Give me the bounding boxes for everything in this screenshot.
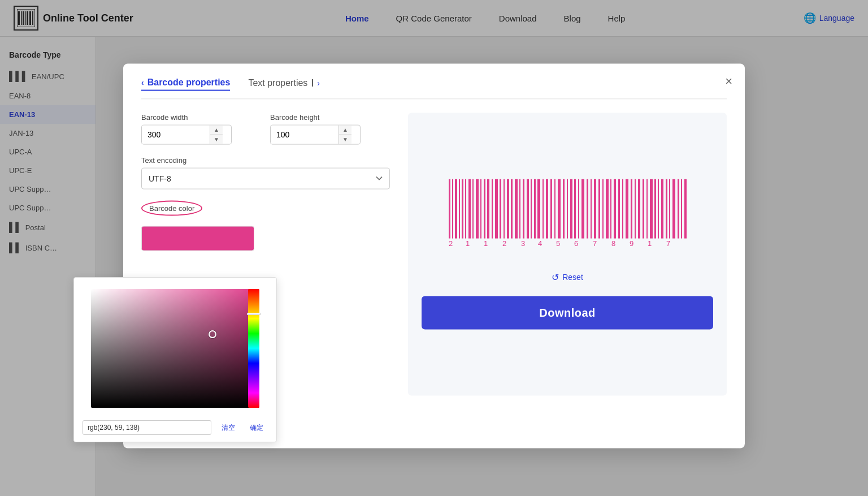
tab-text-properties[interactable]: Text properties I ›: [248, 77, 320, 91]
svg-text:1: 1: [466, 239, 470, 247]
barcode-svg: 2 1 1 2 3 4 5 6 7 8 9 1 7: [443, 179, 692, 247]
chevron-left-icon: ‹: [141, 78, 144, 87]
svg-rect-38: [563, 179, 565, 238]
svg-rect-33: [542, 179, 544, 238]
svg-rect-53: [622, 179, 623, 238]
svg-rect-26: [515, 179, 518, 238]
svg-rect-36: [554, 179, 555, 238]
svg-rect-56: [635, 179, 636, 238]
height-spinner: ▲ ▼: [338, 125, 351, 144]
svg-rect-55: [631, 179, 632, 238]
svg-rect-20: [492, 179, 493, 238]
svg-rect-63: [661, 179, 663, 238]
color-hue-slider[interactable]: [248, 289, 259, 408]
svg-rect-64: [666, 179, 667, 238]
svg-rect-62: [658, 179, 659, 238]
svg-rect-66: [672, 179, 675, 238]
color-group: Barcode color: [141, 200, 390, 251]
barcode-color-circle-label: Barcode color: [141, 200, 202, 215]
svg-rect-17: [480, 179, 481, 238]
color-hex-input[interactable]: rgb(230, 59, 138): [83, 420, 211, 435]
tab-text-label: Text properties: [248, 78, 307, 88]
reset-icon: ↺: [552, 271, 559, 282]
svg-rect-25: [511, 179, 513, 238]
svg-text:6: 6: [574, 239, 578, 247]
height-down-btn[interactable]: ▼: [339, 135, 351, 144]
svg-rect-68: [681, 179, 682, 238]
svg-rect-10: [455, 179, 457, 238]
color-swatch[interactable]: [141, 226, 254, 251]
tab-barcode-properties[interactable]: ‹ Barcode properties: [141, 77, 230, 91]
svg-rect-27: [519, 179, 520, 238]
svg-rect-61: [654, 179, 656, 238]
svg-rect-44: [587, 179, 588, 238]
width-group: Barcode width ▲ ▼: [141, 113, 261, 144]
svg-rect-52: [618, 179, 620, 238]
width-input-wrapper: ▲ ▼: [141, 124, 232, 144]
svg-rect-22: [500, 179, 501, 238]
svg-rect-16: [476, 179, 479, 238]
modal-tabs: ‹ Barcode properties Text properties I ›: [141, 77, 727, 99]
svg-rect-49: [606, 179, 609, 238]
color-gradient[interactable]: [91, 289, 259, 408]
height-input-wrapper: ▲ ▼: [270, 124, 361, 144]
width-spinner: ▲ ▼: [210, 125, 223, 144]
modal-close-button[interactable]: ×: [725, 74, 732, 88]
svg-rect-41: [574, 179, 576, 238]
svg-rect-15: [472, 179, 474, 238]
svg-rect-12: [462, 179, 463, 238]
svg-rect-13: [465, 179, 466, 238]
height-group: Barcode height ▲ ▼: [270, 113, 390, 144]
reset-button[interactable]: ↺ Reset: [552, 271, 583, 282]
reset-label: Reset: [562, 273, 583, 282]
svg-text:7: 7: [666, 239, 670, 247]
color-clear-button[interactable]: 清空: [217, 421, 240, 435]
svg-rect-67: [678, 179, 679, 238]
svg-text:4: 4: [538, 239, 542, 247]
width-input[interactable]: [142, 126, 210, 144]
barcode-preview-panel: 2 1 1 2 3 4 5 6 7 8 9 1 7 ↺ Reset: [408, 113, 727, 395]
svg-rect-37: [558, 179, 561, 238]
cursor-icon: I: [311, 77, 314, 89]
svg-rect-14: [468, 179, 471, 238]
svg-rect-59: [646, 179, 648, 238]
svg-rect-46: [594, 179, 596, 238]
color-picker-popup: rgb(230, 59, 138) 清空 确定: [73, 277, 277, 442]
svg-rect-32: [537, 179, 540, 238]
svg-rect-11: [459, 179, 460, 238]
svg-text:5: 5: [556, 239, 560, 247]
svg-rect-9: [452, 179, 453, 238]
svg-rect-45: [591, 179, 592, 238]
svg-rect-21: [495, 179, 498, 238]
encoding-group: Text encoding UTF-8: [141, 156, 390, 189]
download-button[interactable]: Download: [422, 296, 713, 329]
width-up-btn[interactable]: ▲: [210, 125, 223, 135]
svg-rect-8: [449, 179, 450, 238]
svg-rect-34: [546, 179, 548, 238]
svg-rect-65: [669, 179, 670, 238]
height-up-btn[interactable]: ▲: [339, 125, 351, 135]
svg-rect-43: [581, 179, 584, 238]
svg-rect-48: [602, 179, 604, 238]
color-picker-bottom: rgb(230, 59, 138) 清空 确定: [74, 417, 276, 437]
width-label: Barcode width: [141, 113, 261, 121]
barcode-preview: 2 1 1 2 3 4 5 6 7 8 9 1 7: [443, 179, 692, 249]
encoding-select[interactable]: UTF-8: [141, 167, 390, 189]
svg-text:3: 3: [521, 239, 525, 247]
svg-rect-42: [578, 179, 579, 238]
svg-text:1: 1: [484, 239, 488, 247]
width-down-btn[interactable]: ▼: [210, 135, 223, 144]
svg-rect-39: [567, 179, 568, 238]
svg-rect-28: [523, 179, 524, 238]
svg-text:2: 2: [449, 239, 453, 247]
svg-rect-31: [534, 179, 536, 238]
svg-rect-69: [684, 179, 687, 238]
svg-rect-54: [626, 179, 628, 238]
height-label: Barcode height: [270, 113, 390, 121]
svg-rect-51: [614, 179, 616, 238]
svg-text:7: 7: [593, 239, 597, 247]
svg-rect-35: [550, 179, 552, 238]
color-confirm-button[interactable]: 确定: [245, 421, 268, 435]
height-input[interactable]: [271, 126, 338, 144]
color-picker-dot[interactable]: [209, 330, 216, 338]
